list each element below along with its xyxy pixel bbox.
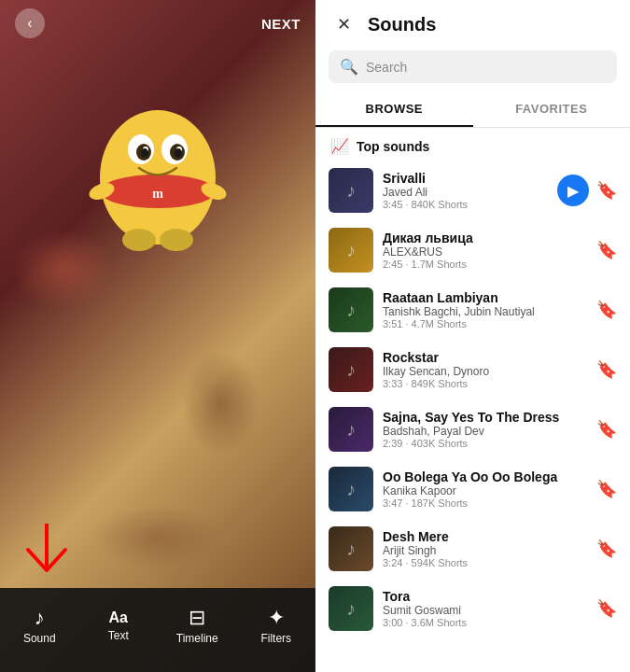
bookmark-button-7[interactable]: 🔖 — [596, 598, 617, 619]
timeline-label: Timeline — [176, 632, 218, 645]
tab-browse[interactable]: BROWSE — [315, 92, 473, 127]
sound-item-2[interactable]: ♪ Raataan Lambiyan Tanishk Bagchi, Jubin… — [315, 280, 630, 340]
sound-meta-3: 3:33 · 849K Shorts — [383, 378, 587, 389]
search-icon: 🔍 — [340, 58, 358, 76]
sound-name-6: Desh Mere — [383, 529, 587, 544]
mm-character: m — [74, 56, 242, 261]
back-button[interactable]: ‹ — [15, 8, 45, 38]
bookmark-button-2[interactable]: 🔖 — [596, 300, 617, 320]
sound-thumb-6: ♪ — [329, 526, 373, 571]
svg-point-11 — [175, 148, 182, 158]
close-icon: ✕ — [337, 14, 351, 35]
tab-favorites[interactable]: FAVORITES — [473, 92, 631, 127]
sound-artist-1: ALEX&RUS — [383, 245, 587, 259]
search-input[interactable]: Search — [366, 60, 407, 75]
next-button[interactable]: NEXT — [261, 16, 301, 32]
sound-artist-0: Javed Ali — [383, 186, 548, 199]
sound-info-6: Desh Mere Arijit Singh 3:24 · 594K Short… — [383, 529, 587, 568]
sound-item-7[interactable]: ♪ Tora Sumit Goswami 3:00 · 3.6M Shorts … — [315, 579, 630, 638]
timeline-icon: ⊟ — [189, 608, 205, 628]
sound-item-5[interactable]: ♪ Oo Bolega Ya Oo Oo Bolega Kanika Kapoo… — [315, 459, 630, 519]
svg-text:m: m — [152, 187, 163, 201]
sound-actions-7: 🔖 — [596, 598, 617, 619]
play-button-0[interactable]: ▶ — [557, 175, 589, 206]
sound-actions-2: 🔖 — [596, 300, 617, 320]
bookmark-button-3[interactable]: 🔖 — [596, 359, 617, 380]
sound-actions-0: ▶🔖 — [557, 175, 617, 206]
bookmark-button-5[interactable]: 🔖 — [596, 479, 617, 499]
sound-item-3[interactable]: ♪ Rockstar Ilkay Sencan, Dynoro 3:33 · 8… — [315, 340, 630, 399]
text-label: Text — [108, 629, 129, 642]
sound-item-6[interactable]: ♪ Desh Mere Arijit Singh 3:24 · 594K Sho… — [315, 519, 630, 579]
sound-thumb-2: ♪ — [329, 287, 373, 332]
toolbar-item-timeline[interactable]: ⊟ Timeline — [169, 608, 225, 645]
sound-name-3: Rockstar — [383, 350, 587, 365]
sound-label: Sound — [23, 632, 56, 645]
sound-thumb-4: ♪ — [329, 407, 373, 452]
sound-info-1: Дикая львица ALEX&RUS 2:45 · 1.7M Shorts — [383, 231, 587, 270]
sound-name-0: Srivalli — [383, 171, 548, 186]
sound-artist-7: Sumit Goswami — [383, 604, 587, 617]
filters-icon: ✦ — [268, 608, 285, 628]
sound-info-5: Oo Bolega Ya Oo Oo Bolega Kanika Kapoor … — [383, 469, 587, 509]
sound-meta-1: 2:45 · 1.7M Shorts — [383, 259, 587, 270]
trending-icon: 📈 — [330, 137, 349, 155]
sound-item-4[interactable]: ♪ Sajna, Say Yes To The Dress Badshah, P… — [315, 399, 630, 459]
toolbar-item-text[interactable]: Aa Text — [91, 610, 147, 642]
toolbar-item-sound[interactable]: ♪ Sound — [11, 608, 67, 645]
sound-info-3: Rockstar Ilkay Sencan, Dynoro 3:33 · 849… — [383, 350, 587, 389]
bookmark-button-4[interactable]: 🔖 — [596, 419, 617, 440]
sound-name-4: Sajna, Say Yes To The Dress — [383, 410, 587, 425]
sound-actions-4: 🔖 — [596, 419, 617, 440]
tabs-row: BROWSE FAVORITES — [315, 92, 630, 128]
sound-icon: ♪ — [35, 608, 45, 628]
sound-name-5: Oo Bolega Ya Oo Oo Bolega — [383, 469, 587, 484]
sound-artist-4: Badshah, Payal Dev — [383, 425, 587, 438]
sound-name-1: Дикая львица — [383, 231, 587, 245]
sound-actions-3: 🔖 — [596, 359, 617, 380]
close-button[interactable]: ✕ — [330, 11, 357, 37]
sound-meta-0: 3:45 · 840K Shorts — [383, 199, 548, 210]
sound-item-0[interactable]: ♪ Srivalli Javed Ali 3:45 · 840K Shorts … — [315, 161, 630, 220]
left-panel: m ‹ NEXT — [0, 0, 315, 672]
bottom-toolbar: ♪ Sound Aa Text ⊟ Timeline ✦ Filters — [0, 588, 315, 672]
sound-meta-7: 3:00 · 3.6M Shorts — [383, 617, 587, 628]
sound-actions-6: 🔖 — [596, 539, 617, 559]
sound-item-1[interactable]: ♪ Дикая львица ALEX&RUS 2:45 · 1.7M Shor… — [315, 220, 630, 280]
sound-info-0: Srivalli Javed Ali 3:45 · 840K Shorts — [383, 171, 548, 210]
sound-artist-3: Ilkay Sencan, Dynoro — [383, 365, 587, 378]
sounds-title: Sounds — [368, 14, 436, 35]
sound-info-2: Raataan Lambiyan Tanishk Bagchi, Jubin N… — [383, 290, 587, 329]
sound-meta-4: 2:39 · 403K Shorts — [383, 438, 587, 449]
sound-name-7: Tora — [383, 589, 587, 604]
toolbar-item-filters[interactable]: ✦ Filters — [248, 608, 304, 645]
text-icon: Aa — [109, 610, 128, 625]
search-bar[interactable]: 🔍 Search — [329, 50, 617, 83]
arrow-indicator — [19, 524, 75, 593]
sound-thumb-1: ♪ — [329, 228, 373, 273]
right-panel: ✕ Sounds 🔍 Search BROWSE FAVORITES 📈 Top… — [315, 0, 630, 672]
sound-actions-5: 🔖 — [596, 479, 617, 499]
section-title: Top sounds — [357, 139, 429, 154]
filters-label: Filters — [260, 632, 291, 645]
sound-artist-2: Tanishk Bagchi, Jubin Nautiyal — [383, 305, 587, 318]
sound-meta-6: 3:24 · 594K Shorts — [383, 557, 587, 568]
sound-info-7: Tora Sumit Goswami 3:00 · 3.6M Shorts — [383, 589, 587, 628]
bookmark-button-0[interactable]: 🔖 — [596, 180, 617, 201]
back-icon: ‹ — [27, 15, 32, 32]
sounds-header: ✕ Sounds — [315, 0, 630, 45]
section-header: 📈 Top sounds — [315, 128, 630, 161]
sound-artist-6: Arijit Singh — [383, 544, 587, 557]
sound-artist-5: Kanika Kapoor — [383, 484, 587, 497]
sounds-list: ♪ Srivalli Javed Ali 3:45 · 840K Shorts … — [315, 161, 630, 672]
svg-point-14 — [122, 229, 156, 251]
sound-name-2: Raataan Lambiyan — [383, 290, 587, 305]
svg-point-15 — [160, 229, 193, 251]
sound-meta-2: 3:51 · 4.7M Shorts — [383, 318, 587, 329]
top-bar: ‹ NEXT — [0, 0, 315, 47]
bookmark-button-6[interactable]: 🔖 — [596, 539, 617, 559]
svg-point-10 — [141, 148, 148, 158]
sound-meta-5: 3:47 · 187K Shorts — [383, 497, 587, 509]
sound-actions-1: 🔖 — [596, 240, 617, 260]
bookmark-button-1[interactable]: 🔖 — [596, 240, 617, 260]
